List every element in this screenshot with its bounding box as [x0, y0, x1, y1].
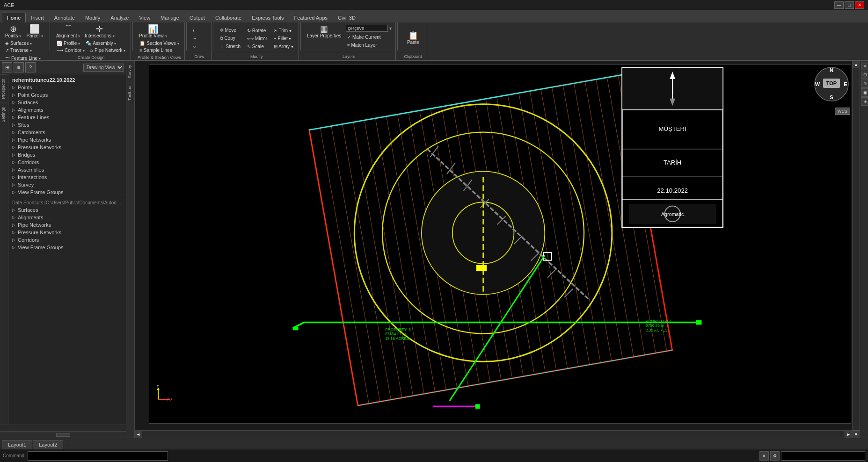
scale-button[interactable]: ⤡ Scale [245, 43, 270, 50]
scroll-thumb[interactable] [56, 433, 70, 437]
tree-item-survey[interactable]: ▷ Survey [8, 181, 126, 188]
tree-shortcut-pipe-networks[interactable]: ▷ Pipe Networks [8, 221, 126, 229]
minimize-button[interactable]: — [834, 1, 844, 9]
rotate-button[interactable]: ↻ Rotate [245, 27, 270, 34]
rt-btn-2[interactable]: ⊟ [861, 71, 868, 79]
layout2-tab[interactable]: Layout2 [33, 440, 63, 449]
tree-item-bridges[interactable]: ▷ Bridges [8, 151, 126, 159]
maximize-button[interactable]: □ [845, 1, 854, 9]
traverse-button[interactable]: ↗ Traverse ▾ [3, 47, 34, 54]
tree-shortcut-corridors[interactable]: ▷ Corridors [8, 236, 126, 244]
alignment-button[interactable]: ⌒ Alignment ▾ [54, 24, 82, 40]
tree-shortcut-pressure-networks[interactable]: ▷ Pressure Networks [8, 229, 126, 236]
scroll-up-button[interactable]: ▲ [853, 61, 860, 68]
surfaces-button[interactable]: ◈ Surfaces ▾ [3, 40, 34, 47]
tree-item-pipe-networks[interactable]: ▷ Pipe Networks [8, 136, 126, 144]
cmd-btn-1[interactable]: ✕ [759, 451, 769, 461]
rt-btn-5[interactable]: ◈ [861, 97, 868, 106]
tab-modify[interactable]: Modify [80, 13, 105, 22]
profile-button[interactable]: 📈 Profile ▾ [54, 40, 82, 47]
tree-item-view-frame-groups[interactable]: ▷ View Frame Groups [8, 188, 126, 196]
cmd-secondary-input[interactable] [781, 451, 865, 461]
viewport-right-scroll[interactable]: ▲ ▼ [852, 61, 860, 438]
line-button[interactable]: / [191, 27, 208, 34]
panel-tool-1[interactable]: ⊞ [2, 62, 12, 72]
corridor-button[interactable]: ⟿ Corridor ▾ [54, 47, 87, 54]
match-layer-button[interactable]: ≈ Match Layer [345, 42, 393, 49]
toolbox-tab[interactable]: Toolbox [126, 82, 134, 104]
tab-output[interactable]: Output [184, 13, 210, 22]
copy-button[interactable]: ⧉ Copy [218, 35, 243, 42]
panel-tool-2[interactable]: ≡ [14, 62, 24, 72]
tree-item-points[interactable]: ▷ Points [8, 84, 126, 91]
divider1 [50, 22, 50, 51]
pipe-network-button[interactable]: ⌂ Pipe Network ▾ [88, 47, 128, 54]
circle-button[interactable]: ○ [191, 43, 208, 50]
cmd-btn-2[interactable]: ⚙ [770, 451, 780, 461]
add-layout-button[interactable]: + [64, 440, 74, 449]
tab-view[interactable]: View [134, 13, 155, 22]
fillet-button[interactable]: ⌐ Fillet ▾ [271, 35, 296, 42]
tree-shortcut-surfaces[interactable]: ▷ Surfaces [8, 206, 126, 214]
cad-drawing-area[interactable]: PROPERTY: 3 67464.21 m 15.16 ACRES PROPE… [149, 65, 851, 424]
tree-item-alignments[interactable]: ▷ Alignments [8, 106, 126, 114]
trim-button[interactable]: ✂ Trim ▾ [271, 27, 296, 34]
tree-item-feature-lines[interactable]: ▷ Feature Lines [8, 114, 126, 121]
tree-item-intersections[interactable]: ▷ Intersections [8, 173, 126, 181]
move-button[interactable]: ✥ Move [218, 27, 243, 34]
tab-featured[interactable]: Featured Apps [289, 13, 333, 22]
rt-btn-4[interactable]: ▣ [861, 88, 868, 97]
parcel-button[interactable]: ⬜ Parcel ▾ [24, 24, 45, 40]
scroll-left-button[interactable]: ◄ [135, 431, 142, 438]
tab-insert[interactable]: Insert [26, 13, 49, 22]
tree-item-sites[interactable]: ▷ Sites [8, 121, 126, 129]
surfaces-label: Surfaces ▾ [10, 41, 32, 46]
tree-item-point-groups[interactable]: ▷ Point Groups [8, 91, 126, 99]
settings-tab[interactable]: Settings [0, 103, 8, 126]
tab-civil3d[interactable]: Civil 3D [333, 13, 361, 22]
rt-btn-3[interactable]: ⊕ [861, 79, 868, 88]
tree-item-assemblies[interactable]: ▷ Assemblies [8, 166, 126, 173]
make-current-button[interactable]: ✓ Make Current [345, 34, 393, 41]
scroll-down-button[interactable]: ▼ [853, 430, 860, 438]
tree-shortcut-alignments[interactable]: ▷ Alignments [8, 214, 126, 221]
layer-dropdown-arrow[interactable]: ▾ [389, 26, 392, 31]
stretch-button[interactable]: ↔ Stretch [218, 43, 243, 50]
rt-btn-1[interactable]: ≡ [861, 62, 868, 70]
viewport[interactable]: X Y [135, 61, 860, 438]
tree-item-surfaces[interactable]: ▷ Surfaces [8, 99, 126, 106]
tab-home[interactable]: Home [2, 13, 26, 22]
layer-name-input[interactable] [346, 25, 388, 32]
tab-manage[interactable]: Manage [155, 13, 184, 22]
section-views-button[interactable]: 📋 Section Views ▾ [137, 40, 181, 47]
profile-view-button[interactable]: 📊 Profile View ▾ [137, 24, 168, 40]
assembly-button[interactable]: 🔩 Assembly ▾ [83, 40, 118, 47]
panel-tool-3[interactable]: ? [25, 62, 36, 72]
left-panel-scrollbar[interactable] [0, 425, 126, 431]
survey-tab[interactable]: Survey [126, 61, 134, 82]
layout1-tab[interactable]: Layout1 [2, 440, 32, 449]
intersections-button[interactable]: ✛ Intersections ▾ [83, 24, 116, 40]
tree-shortcut-view-frame-groups[interactable]: ▷ View Frame Groups [8, 244, 126, 251]
tree-item-corridors[interactable]: ▷ Corridors [8, 159, 126, 166]
tree-item-pressure-networks[interactable]: ▷ Pressure Networks [8, 144, 126, 151]
tab-annotate[interactable]: Annotate [49, 13, 80, 22]
tab-collaborate[interactable]: Collaborate [210, 13, 247, 22]
tab-express[interactable]: Express Tools [247, 13, 289, 22]
command-input[interactable] [28, 451, 168, 461]
viewport-bottom-scroll[interactable]: ◄ ► [135, 430, 852, 438]
points-button[interactable]: ⊕ Points ▾ [3, 24, 23, 40]
tab-analyze[interactable]: Analyze [105, 13, 134, 22]
arc-button[interactable]: ⌢ [191, 35, 208, 42]
mirror-button[interactable]: ⟺ Mirror [245, 35, 270, 42]
scroll-right-button[interactable]: ► [845, 431, 852, 438]
array-button[interactable]: ⊞ Array ▾ [271, 43, 296, 50]
prospector-tab[interactable]: Prospector [0, 74, 8, 103]
close-button[interactable]: ✕ [855, 1, 864, 9]
sample-lines-button[interactable]: ≡ Sample Lines [137, 47, 174, 54]
paste-button[interactable]: 📋 Paste [403, 30, 423, 46]
layer-properties-button[interactable]: ▦ Layer Properties [305, 24, 343, 40]
tree-item-catchments[interactable]: ▷ Catchments [8, 129, 126, 136]
drawing-view-select[interactable]: Drawing View [83, 64, 124, 72]
left-panel-resize[interactable] [0, 431, 126, 438]
